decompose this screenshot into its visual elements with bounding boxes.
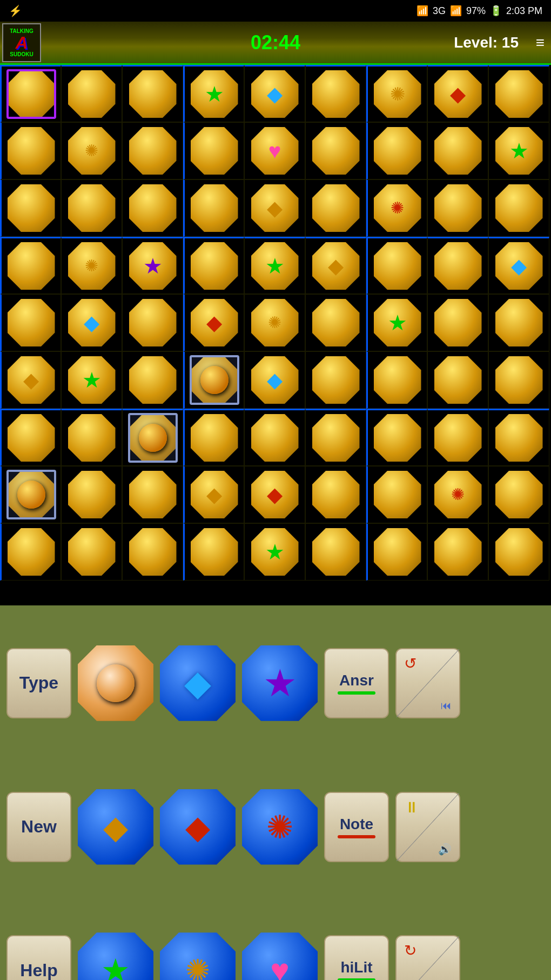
cell-2-3[interactable]	[183, 179, 244, 237]
cell-8-0[interactable]	[0, 523, 61, 581]
cell-1-2[interactable]	[122, 122, 183, 179]
menu-icon[interactable]: ≡	[536, 34, 545, 51]
cell-2-6[interactable]: ✺	[366, 179, 427, 237]
cell-4-4[interactable]: ✺	[244, 294, 305, 351]
cell-2-4[interactable]: ◆	[244, 179, 305, 237]
cell-2-7[interactable]	[427, 179, 488, 237]
cell-7-4[interactable]: ◆	[244, 466, 305, 523]
cell-6-1[interactable]	[61, 409, 122, 466]
cell-0-0[interactable]	[0, 65, 61, 122]
cell-5-6[interactable]	[366, 351, 427, 409]
cell-6-7[interactable]	[427, 409, 488, 466]
cell-6-3[interactable]	[183, 409, 244, 466]
cell-4-0[interactable]	[0, 294, 61, 351]
cell-1-3[interactable]	[183, 122, 244, 179]
gem-btn-star-green[interactable]: ★	[78, 932, 153, 980]
cell-4-2[interactable]	[122, 294, 183, 351]
redo-forward-button[interactable]: ↻ ⏭	[395, 935, 460, 980]
gem-btn-star-purple[interactable]: ★	[242, 645, 318, 721]
cell-6-2[interactable]	[122, 409, 183, 466]
cell-0-3[interactable]: ★	[183, 65, 244, 122]
cell-3-7[interactable]	[427, 237, 488, 294]
cell-1-5[interactable]	[305, 122, 366, 179]
cell-6-6[interactable]	[366, 409, 427, 466]
cell-0-2[interactable]	[122, 65, 183, 122]
cell-7-6[interactable]	[366, 466, 427, 523]
gem-btn-heart-pink[interactable]: ♥	[242, 932, 318, 980]
cell-7-1[interactable]	[61, 466, 122, 523]
cell-4-8[interactable]	[488, 294, 549, 351]
cell-6-0[interactable]	[0, 409, 61, 466]
cell-5-7[interactable]	[427, 351, 488, 409]
cell-1-7[interactable]	[427, 122, 488, 179]
cell-6-4[interactable]	[244, 409, 305, 466]
pause-sound-button[interactable]: ⏸ 🔊	[395, 792, 460, 862]
cell-3-1[interactable]: ✺	[61, 237, 122, 294]
gem-btn-diamond-gold[interactable]: ◆	[78, 789, 153, 865]
cell-3-5[interactable]: ◆	[305, 237, 366, 294]
undo-rewind-button[interactable]: ↺ ⏮	[395, 648, 460, 718]
gem-btn-diamond-blue[interactable]: ◆	[160, 645, 236, 721]
help-button[interactable]: Help	[6, 935, 71, 980]
cell-6-8[interactable]	[488, 409, 549, 466]
cell-0-6[interactable]: ✺	[366, 65, 427, 122]
cell-3-2[interactable]: ★	[122, 237, 183, 294]
cell-3-8[interactable]: ◆	[488, 237, 549, 294]
cell-2-1[interactable]	[61, 179, 122, 237]
cell-0-8[interactable]	[488, 65, 549, 122]
cell-7-3[interactable]: ◆	[183, 466, 244, 523]
gem-btn-diamond-red[interactable]: ◆	[160, 789, 236, 865]
cell-7-2[interactable]	[122, 466, 183, 523]
cell-5-3[interactable]	[183, 351, 244, 409]
cell-0-1[interactable]	[61, 65, 122, 122]
game-board[interactable]: ★ ◆ ✺ ◆ ✺ ♥ ★ ◆	[0, 65, 551, 584]
type-button[interactable]: Type	[6, 648, 71, 718]
cell-4-3[interactable]: ◆	[183, 294, 244, 351]
cell-1-0[interactable]	[0, 122, 61, 179]
cell-1-8[interactable]: ★	[488, 122, 549, 179]
cell-8-8[interactable]	[488, 523, 549, 581]
cell-0-7[interactable]: ◆	[427, 65, 488, 122]
cell-4-5[interactable]	[305, 294, 366, 351]
cell-7-8[interactable]	[488, 466, 549, 523]
cell-3-0[interactable]	[0, 237, 61, 294]
cell-8-4[interactable]: ★	[244, 523, 305, 581]
cell-3-4[interactable]: ★	[244, 237, 305, 294]
cell-4-1[interactable]: ◆	[61, 294, 122, 351]
gem-btn-sun-red[interactable]: ✺	[242, 789, 318, 865]
cell-7-7[interactable]: ✺	[427, 466, 488, 523]
cell-2-2[interactable]	[122, 179, 183, 237]
cell-5-2[interactable]	[122, 351, 183, 409]
cell-5-1[interactable]: ★	[61, 351, 122, 409]
new-button[interactable]: New	[6, 792, 71, 862]
cell-0-4[interactable]: ◆	[244, 65, 305, 122]
cell-0-5[interactable]	[305, 65, 366, 122]
cell-5-0[interactable]: ◆	[0, 351, 61, 409]
cell-6-5[interactable]	[305, 409, 366, 466]
cell-7-0[interactable]	[0, 466, 61, 523]
cell-1-4[interactable]: ♥	[244, 122, 305, 179]
gem-btn-ball[interactable]	[78, 645, 153, 721]
cell-2-5[interactable]	[305, 179, 366, 237]
cell-5-4[interactable]: ◆	[244, 351, 305, 409]
cell-8-7[interactable]	[427, 523, 488, 581]
gem-btn-sun-gold[interactable]: ✺	[160, 932, 236, 980]
note-button[interactable]: Note	[324, 792, 389, 862]
cell-3-3[interactable]	[183, 237, 244, 294]
cell-4-7[interactable]	[427, 294, 488, 351]
cell-5-5[interactable]	[305, 351, 366, 409]
ansr-button[interactable]: Ansr	[324, 648, 389, 718]
cell-2-8[interactable]	[488, 179, 549, 237]
cell-4-6[interactable]: ★	[366, 294, 427, 351]
cell-7-5[interactable]	[305, 466, 366, 523]
cell-8-5[interactable]	[305, 523, 366, 581]
cell-1-6[interactable]	[366, 122, 427, 179]
cell-8-3[interactable]	[183, 523, 244, 581]
cell-3-6[interactable]	[366, 237, 427, 294]
cell-8-1[interactable]	[61, 523, 122, 581]
cell-1-1[interactable]: ✺	[61, 122, 122, 179]
cell-8-6[interactable]	[366, 523, 427, 581]
cell-5-8[interactable]	[488, 351, 549, 409]
cell-8-2[interactable]	[122, 523, 183, 581]
hilit-button[interactable]: hiLit	[324, 935, 389, 980]
